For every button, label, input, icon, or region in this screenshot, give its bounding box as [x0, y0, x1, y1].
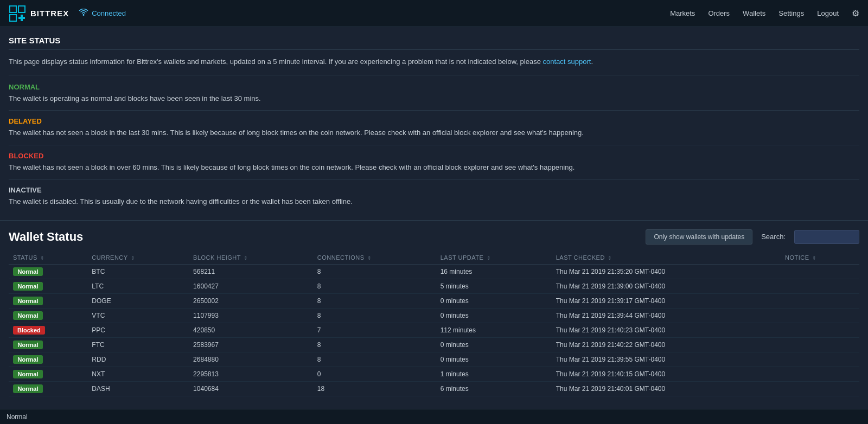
cell-connections: 8 [313, 279, 436, 293]
nav-wallets[interactable]: Wallets [743, 9, 765, 17]
cell-connections: 0 [313, 367, 436, 381]
th-last-update[interactable]: LAST UPDATE ⇕ [436, 251, 552, 265]
cell-last-update: 1 minutes [436, 367, 552, 381]
status-badge: Normal [13, 355, 43, 364]
wallet-status-section: Wallet Status Only show wallets with upd… [0, 221, 868, 396]
cell-status: Normal [9, 381, 87, 396]
status-bar: Normal [0, 409, 868, 424]
cell-currency: FTC [87, 337, 189, 352]
cell-currency: LTC [87, 279, 189, 293]
svg-rect-2 [10, 15, 16, 21]
table-row: Normal DOGE 2650002 8 0 minutes Thu Mar … [9, 293, 859, 308]
cell-notice [781, 352, 859, 367]
logo: BITTREX [9, 5, 69, 22]
status-bar-text: Normal [7, 413, 28, 421]
cell-connections: 8 [313, 308, 436, 323]
cell-connections: 8 [313, 264, 436, 279]
filter-wallets-button[interactable]: Only show wallets with updates [646, 229, 752, 245]
table-row: Normal DASH 1040684 18 6 minutes Thu Mar… [9, 381, 859, 396]
cell-currency: VTC [87, 308, 189, 323]
th-last-checked[interactable]: LAST CHECKED ⇕ [552, 251, 781, 265]
th-block-height[interactable]: BLOCK HEIGHT ⇕ [189, 251, 313, 265]
search-input[interactable] [794, 230, 859, 244]
cell-notice [781, 337, 859, 352]
legend-label-blocked: BLOCKED [9, 152, 859, 160]
cell-last-checked: Thu Mar 21 2019 21:39:00 GMT-0400 [552, 279, 781, 293]
cell-notice [781, 323, 859, 337]
cell-status: Normal [9, 279, 87, 293]
gear-icon[interactable]: ⚙ [852, 8, 859, 18]
cell-block-height: 2650002 [189, 293, 313, 308]
table-row: Normal BTC 568211 8 16 minutes Thu Mar 2… [9, 264, 859, 279]
logo-text: BITTREX [30, 9, 69, 18]
cell-status: Normal [9, 293, 87, 308]
legend-item-normal: NORMAL The wallet is operating as normal… [9, 83, 859, 111]
cell-last-update: 5 minutes [436, 279, 552, 293]
cell-last-update: 0 minutes [436, 293, 552, 308]
wallet-status-title: Wallet Status [9, 230, 83, 244]
nav-settings[interactable]: Settings [778, 9, 804, 17]
logo-icon [9, 5, 26, 22]
cell-connections: 8 [313, 293, 436, 308]
wallet-table: STATUS ⇕ CURRENCY ⇕ BLOCK HEIGHT ⇕ CONNE… [9, 251, 859, 396]
svg-rect-4 [18, 17, 25, 19]
legend-desc-blocked: The wallet has not seen a block in over … [9, 162, 859, 173]
svg-rect-0 [10, 6, 16, 12]
nav-orders[interactable]: Orders [708, 9, 730, 17]
cell-last-checked: Thu Mar 21 2019 21:35:20 GMT-0400 [552, 264, 781, 279]
nav-markets[interactable]: Markets [670, 9, 695, 17]
cell-notice [781, 264, 859, 279]
cell-currency: NXT [87, 367, 189, 381]
th-notice[interactable]: NOTICE ⇕ [781, 251, 859, 265]
th-currency[interactable]: CURRENCY ⇕ [87, 251, 189, 265]
cell-last-checked: Thu Mar 21 2019 21:40:15 GMT-0400 [552, 367, 781, 381]
th-connections[interactable]: CONNECTIONS ⇕ [313, 251, 436, 265]
cell-block-height: 420850 [189, 323, 313, 337]
connected-label: Connected [92, 9, 126, 17]
cell-currency: DOGE [87, 293, 189, 308]
cell-status: Normal [9, 352, 87, 367]
table-header: STATUS ⇕ CURRENCY ⇕ BLOCK HEIGHT ⇕ CONNE… [9, 251, 859, 265]
legend-item-delayed: DELAYED The wallet has not seen a block … [9, 117, 859, 145]
site-status-desc-text: This page displays status information fo… [9, 57, 541, 66]
cell-block-height: 1107993 [189, 308, 313, 323]
cell-status: Normal [9, 337, 87, 352]
status-badge: Normal [13, 370, 43, 378]
site-status-description: This page displays status information fo… [9, 56, 859, 75]
cell-block-height: 1040684 [189, 381, 313, 396]
legend-desc-delayed: The wallet has not seen a block in the l… [9, 127, 859, 138]
table-row: Normal FTC 2583967 8 0 minutes Thu Mar 2… [9, 337, 859, 352]
nav-logout[interactable]: Logout [817, 9, 839, 17]
cell-last-checked: Thu Mar 21 2019 21:40:23 GMT-0400 [552, 323, 781, 337]
cell-last-update: 16 minutes [436, 264, 552, 279]
legend-label-delayed: DELAYED [9, 117, 859, 125]
cell-notice [781, 308, 859, 323]
cell-status: Normal [9, 264, 87, 279]
cell-notice [781, 367, 859, 381]
search-label: Search: [761, 233, 786, 241]
status-badge: Normal [13, 311, 43, 320]
svg-rect-1 [18, 6, 25, 12]
cell-last-update: 112 minutes [436, 323, 552, 337]
site-status-desc-suffix: . [591, 57, 593, 66]
svg-point-5 [83, 14, 85, 16]
wallet-table-body: Normal BTC 568211 8 16 minutes Thu Mar 2… [9, 264, 859, 396]
cell-status: Normal [9, 308, 87, 323]
wallet-controls: Only show wallets with updates Search: [646, 229, 859, 245]
cell-status: Normal [9, 367, 87, 381]
legend-label-inactive: INACTIVE [9, 186, 859, 194]
contact-support-link[interactable]: contact support [543, 57, 591, 66]
cell-last-update: 0 minutes [436, 337, 552, 352]
legend-label-normal: NORMAL [9, 83, 859, 91]
table-row: Normal RDD 2684880 8 0 minutes Thu Mar 2… [9, 352, 859, 367]
cell-currency: PPC [87, 323, 189, 337]
th-status[interactable]: STATUS ⇕ [9, 251, 87, 265]
header-left: BITTREX Connected [9, 5, 126, 22]
cell-notice [781, 293, 859, 308]
cell-currency: RDD [87, 352, 189, 367]
cell-last-update: 0 minutes [436, 352, 552, 367]
site-status-section: SITE STATUS This page displays status in… [0, 27, 868, 221]
cell-last-checked: Thu Mar 21 2019 21:39:17 GMT-0400 [552, 293, 781, 308]
table-row: Normal LTC 1600427 8 5 minutes Thu Mar 2… [9, 279, 859, 293]
cell-notice [781, 279, 859, 293]
